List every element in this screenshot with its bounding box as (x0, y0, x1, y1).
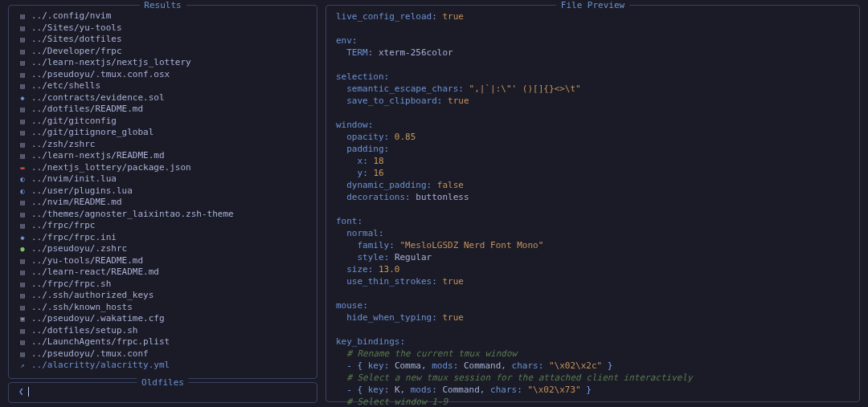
results-title: Results (139, 0, 186, 10)
file-path: ../learn-nextjs/README.md (31, 150, 165, 162)
file-path: ../frpc/frpc.sh (31, 279, 111, 291)
file-path: ../etc/shells (31, 80, 100, 92)
list-item[interactable]: ▤../.ssh/known_hosts (18, 302, 307, 314)
list-item[interactable]: ▤../nvim/README.md (18, 197, 307, 209)
file-path: ../Sites/yu-tools (31, 22, 122, 35)
file-icon: ▤ (18, 69, 27, 81)
file-icon: ▤ (18, 10, 27, 22)
list-item[interactable]: ◐../user/plugins.lua (18, 185, 307, 197)
list-item[interactable]: ●../pseudoyu/.zshrc (18, 243, 307, 255)
file-path: ../pseudoyu/.wakatime.cfg (31, 313, 165, 325)
file-preview-panel: File Preview live_config_reload: true en… (326, 5, 860, 402)
file-path: ../LaunchAgents/frpc.plist (31, 336, 170, 348)
file-icon: ● (18, 243, 27, 255)
file-icon: ▤ (18, 267, 27, 279)
list-item[interactable]: ↗../alacritty/alacritty.yml (18, 360, 307, 372)
file-path: ../.config/nvim (31, 10, 111, 22)
file-path: ../nextjs_lottery/package.json (31, 162, 191, 174)
file-path: ../frpc/frpc.ini (31, 232, 117, 244)
list-item[interactable]: ▤../LaunchAgents/frpc.plist (18, 336, 307, 348)
results-list[interactable]: ▤../.config/nvim▤../Sites/yu-tools▤../Si… (18, 10, 307, 372)
file-path: ../learn-nextjs/nextjs_lottery (31, 57, 191, 69)
list-item[interactable]: ▤../learn-react/README.md (18, 267, 307, 279)
file-path: ../themes/agnoster_laixintao.zsh-theme (31, 209, 234, 221)
list-item[interactable]: ▤../git/gitignore_global (18, 127, 307, 139)
list-item[interactable]: ▣../pseudoyu/.wakatime.cfg (18, 313, 307, 325)
file-icon: ▤ (18, 80, 27, 92)
file-path: ../git/gitconfig (31, 116, 117, 128)
file-path: ../learn-react/README.md (31, 267, 159, 279)
file-path: ../.ssh/authorized_keys (31, 290, 154, 302)
file-path: ../alacritty/alacritty.yml (31, 360, 170, 372)
file-icon: ▤ (18, 34, 27, 46)
file-path: ../Sites/dotfiles (31, 34, 122, 46)
file-icon: ▤ (18, 302, 27, 314)
file-path: ../pseudoyu/.zshrc (31, 243, 127, 255)
file-icon: ▤ (18, 209, 27, 221)
file-icon: ◆ (18, 232, 27, 244)
list-item[interactable]: ▤../.config/nvim (18, 10, 307, 22)
list-item[interactable]: ▤../pseudoyu/.tmux.conf (18, 348, 307, 360)
list-item[interactable]: ◐../nvim/init.lua (18, 173, 307, 185)
file-path: ../Developer/frpc (31, 46, 122, 58)
list-item[interactable]: ▤../Developer/frpc (18, 46, 307, 58)
list-item[interactable]: ▤../git/gitconfig (18, 116, 307, 128)
file-icon: ↗ (18, 360, 27, 372)
file-icon: ▤ (18, 116, 27, 128)
file-icon: ▤ (18, 139, 27, 151)
list-item[interactable]: ▤../dotfiles/README.md (18, 104, 307, 116)
oldfiles-panel: Oldfiles ❮ (8, 382, 317, 403)
file-icon: ▤ (18, 336, 27, 348)
list-item[interactable]: ▤../Sites/dotfiles (18, 34, 307, 46)
file-path: ../pseudoyu/.tmux.conf (31, 348, 149, 360)
list-item[interactable]: ▤../Sites/yu-tools (18, 22, 307, 35)
file-icon: ▤ (18, 220, 27, 232)
file-icon: ▬ (18, 162, 27, 174)
file-path: ../nvim/init.lua (31, 173, 117, 185)
file-path: ../user/plugins.lua (31, 185, 133, 197)
file-icon: ▤ (18, 279, 27, 291)
file-path: ../contracts/evidence.sol (31, 92, 165, 104)
file-icon: ▣ (18, 313, 27, 325)
file-path: ../nvim/README.md (31, 197, 122, 209)
file-icon: ◐ (18, 185, 27, 197)
list-item[interactable]: ▬../nextjs_lottery/package.json (18, 162, 307, 174)
file-icon: ◆ (18, 92, 27, 104)
list-item[interactable]: ▤../frpc/frpc (18, 220, 307, 232)
file-icon: ◐ (18, 173, 27, 185)
file-icon: ▤ (18, 150, 27, 162)
prompt-icon: ❮ (18, 386, 24, 397)
preview-content: live_config_reload: true env: TERM: xter… (336, 10, 850, 407)
file-icon: ▤ (18, 46, 27, 58)
file-icon: ▤ (18, 104, 27, 116)
file-icon: ▤ (18, 348, 27, 360)
list-item[interactable]: ▤../etc/shells (18, 80, 307, 92)
list-item[interactable]: ▤../yu-tools/README.md (18, 255, 307, 267)
results-panel: Results ▤../.config/nvim▤../Sites/yu-too… (8, 5, 317, 379)
list-item[interactable]: ▤../zsh/zshrc (18, 139, 307, 151)
list-item[interactable]: ▤../.ssh/authorized_keys (18, 290, 307, 302)
file-icon: ▤ (18, 197, 27, 209)
cursor-icon (28, 387, 29, 397)
file-icon: ▤ (18, 22, 27, 35)
list-item[interactable]: ▤../learn-nextjs/nextjs_lottery (18, 57, 307, 69)
file-path: ../yu-tools/README.md (31, 255, 143, 267)
file-path: ../dotfiles/README.md (31, 104, 143, 116)
list-item[interactable]: ◆../contracts/evidence.sol (18, 92, 307, 104)
list-item[interactable]: ▤../frpc/frpc.sh (18, 279, 307, 291)
file-icon: ▤ (18, 57, 27, 69)
file-path: ../frpc/frpc (31, 220, 95, 232)
file-path: ../git/gitignore_global (31, 127, 154, 139)
list-item[interactable]: ▤../pseudoyu/.tmux.conf.osx (18, 69, 307, 81)
file-path: ../dotfiles/setup.sh (31, 325, 137, 337)
file-path: ../.ssh/known_hosts (31, 302, 133, 314)
file-path: ../zsh/zshrc (31, 139, 95, 151)
oldfiles-title: Oldfiles (137, 377, 189, 388)
preview-title: File Preview (556, 0, 629, 10)
list-item[interactable]: ◆../frpc/frpc.ini (18, 232, 307, 244)
list-item[interactable]: ▤../dotfiles/setup.sh (18, 325, 307, 337)
file-icon: ▤ (18, 325, 27, 337)
list-item[interactable]: ▤../learn-nextjs/README.md (18, 150, 307, 162)
file-path: ../pseudoyu/.tmux.conf.osx (31, 69, 170, 81)
list-item[interactable]: ▤../themes/agnoster_laixintao.zsh-theme (18, 209, 307, 221)
